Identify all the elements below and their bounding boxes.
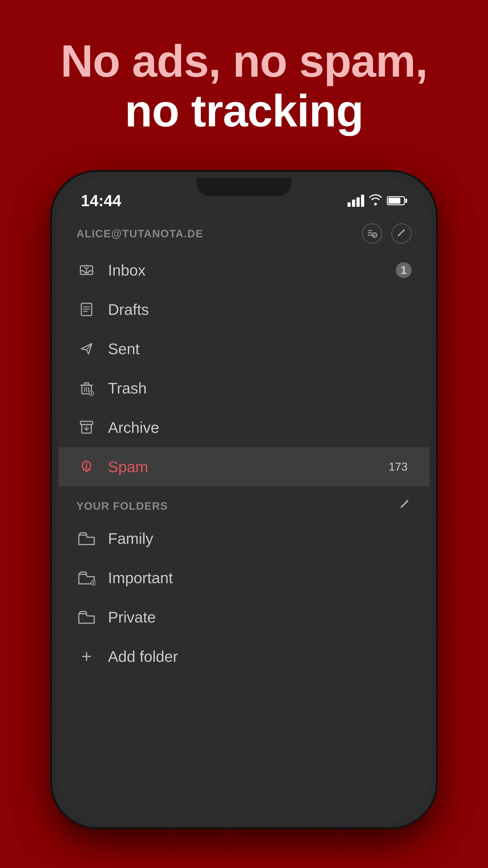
archive-label: Archive [108, 418, 412, 436]
headline-area: No ads, no spam, no tracking [0, 0, 488, 154]
headline-line1: No ads, no spam, [27, 36, 461, 86]
folders-section-header: YOUR FOLDERS [58, 487, 430, 519]
svg-rect-2 [368, 235, 372, 236]
folder-item-family[interactable]: Family [58, 519, 430, 558]
archive-icon [76, 417, 97, 438]
svg-rect-0 [368, 230, 372, 231]
svg-rect-1 [368, 232, 372, 233]
important-folder-icon [76, 567, 97, 588]
header-icons [362, 223, 412, 244]
trash-icon [76, 378, 97, 398]
private-folder-label: Private [108, 608, 156, 626]
family-folder-icon [76, 528, 97, 549]
family-folder-label: Family [108, 530, 153, 547]
spam-badge: 173 [385, 459, 412, 475]
phone-mockup: 14:44 [52, 172, 436, 827]
svg-point-24 [83, 469, 85, 471]
wifi-icon [369, 193, 382, 208]
spam-label: Spam [108, 458, 385, 475]
status-time: 14:44 [81, 192, 121, 210]
sent-icon [76, 339, 97, 359]
folder-item-important[interactable]: Important [58, 558, 430, 597]
add-folder-item[interactable]: + Add folder [58, 637, 430, 676]
drafts-label: Drafts [108, 301, 412, 318]
drawer-header: ALICE@TUTANOTA.DE [58, 214, 430, 250]
add-folder-plus-icon: + [76, 646, 97, 666]
private-folder-icon [76, 607, 97, 627]
headline-line2: no tracking [27, 86, 461, 135]
svg-point-25 [86, 470, 88, 472]
menu-item-drafts[interactable]: Drafts [58, 290, 430, 329]
phone-screen: 14:44 [58, 178, 430, 821]
edit-folders-icon[interactable] [398, 498, 412, 514]
app-content: ALICE@TUTANOTA.DE [58, 214, 430, 821]
inbox-icon [76, 260, 97, 280]
compose-icon-btn[interactable] [391, 223, 412, 244]
spam-icon [76, 457, 97, 477]
phone-notch [197, 178, 291, 196]
trash-label: Trash [108, 379, 412, 397]
inbox-badge: 1 [396, 262, 412, 278]
signal-icon [348, 195, 364, 207]
menu-item-sent[interactable]: Sent [58, 329, 430, 368]
inbox-label: Inbox [108, 261, 396, 279]
menu-item-archive[interactable]: Archive [58, 408, 430, 447]
important-folder-label: Important [108, 569, 173, 587]
menu-item-trash[interactable]: Trash [58, 368, 430, 408]
add-folder-label: Add folder [108, 648, 178, 665]
checklist-icon-btn[interactable] [362, 223, 382, 244]
phone-shell: 14:44 [52, 172, 436, 827]
menu-item-spam[interactable]: Spam 173 [58, 447, 430, 487]
folder-item-private[interactable]: Private [58, 597, 430, 637]
svg-point-26 [88, 469, 90, 471]
status-icons [348, 193, 407, 208]
menu-list: Inbox 1 [58, 250, 430, 821]
menu-item-inbox[interactable]: Inbox 1 [58, 250, 430, 290]
spam-badge-text: 173 [389, 460, 408, 473]
folders-section-title: YOUR FOLDERS [76, 500, 168, 512]
sent-label: Sent [108, 340, 412, 358]
drafts-icon [76, 299, 97, 320]
account-email: ALICE@TUTANOTA.DE [76, 227, 203, 240]
battery-icon [387, 196, 407, 205]
inbox-badge-text: 1 [400, 264, 407, 277]
svg-point-28 [86, 467, 88, 469]
